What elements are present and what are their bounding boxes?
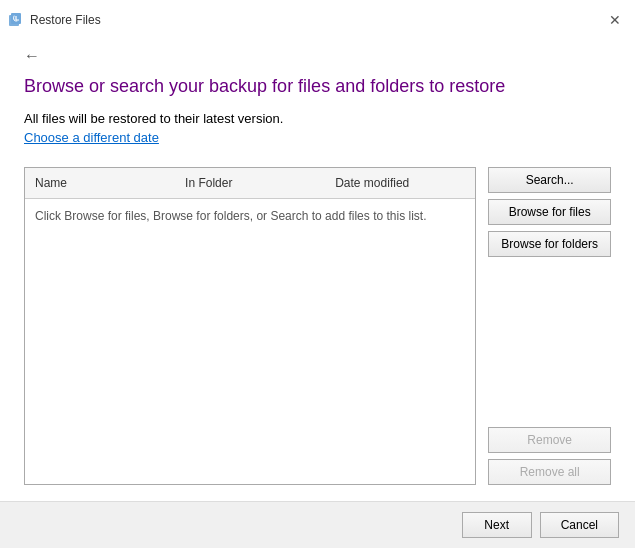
close-button[interactable]: ✕	[603, 11, 627, 29]
remove-all-button[interactable]: Remove all	[488, 459, 611, 485]
empty-list-message: Click Browse for files, Browse for folde…	[35, 209, 426, 223]
column-folder: In Folder	[175, 172, 325, 194]
browse-files-button[interactable]: Browse for files	[488, 199, 611, 225]
browse-folders-button[interactable]: Browse for folders	[488, 231, 611, 257]
different-date-link[interactable]: Choose a different date	[24, 130, 159, 145]
title-bar: Restore Files ✕	[0, 0, 635, 32]
subtitle-text: All files will be restored to their late…	[24, 111, 611, 126]
restore-files-icon	[8, 12, 24, 28]
button-spacer	[488, 263, 611, 421]
remove-button[interactable]: Remove	[488, 427, 611, 453]
buttons-panel: Search... Browse for files Browse for fo…	[488, 167, 611, 485]
footer: Next Cancel	[0, 501, 635, 548]
header-section: ← Browse or search your backup for files…	[0, 32, 635, 155]
file-list-container: Name In Folder Date modified Click Brows…	[24, 167, 476, 485]
search-button[interactable]: Search...	[488, 167, 611, 193]
cancel-button[interactable]: Cancel	[540, 512, 619, 538]
next-button[interactable]: Next	[462, 512, 532, 538]
list-body: Click Browse for files, Browse for folde…	[25, 199, 475, 484]
list-header: Name In Folder Date modified	[25, 168, 475, 199]
window-body: ← Browse or search your backup for files…	[0, 32, 635, 501]
main-content: Name In Folder Date modified Click Brows…	[0, 155, 635, 501]
window-title: Restore Files	[30, 13, 101, 27]
back-row: ←	[24, 48, 611, 64]
column-name: Name	[25, 172, 175, 194]
title-bar-left: Restore Files	[8, 12, 101, 28]
back-button[interactable]: ←	[24, 48, 40, 64]
column-date: Date modified	[325, 172, 475, 194]
page-title: Browse or search your backup for files a…	[24, 76, 611, 97]
